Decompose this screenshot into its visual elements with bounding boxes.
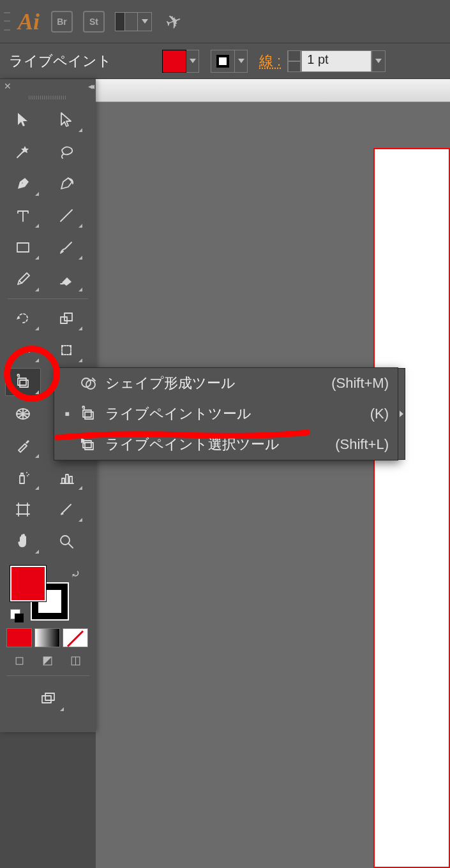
svg-rect-26 xyxy=(42,696,51,703)
drag-handle-icon xyxy=(4,9,10,34)
color-mode-button[interactable] xyxy=(6,628,32,647)
shape-builder-icon xyxy=(79,374,98,393)
collapse-panel-icon[interactable]: ◂◂ xyxy=(88,81,92,91)
symbol-sprayer-tool[interactable] xyxy=(5,464,41,492)
line-icon xyxy=(57,206,76,225)
stock-button[interactable]: St xyxy=(83,11,105,33)
svg-rect-2 xyxy=(61,317,67,323)
zoom-icon xyxy=(57,532,76,551)
flyout-item-shortcut: (Shift+M) xyxy=(331,375,389,392)
lasso-tool[interactable] xyxy=(49,138,84,166)
paintbrush-tool[interactable] xyxy=(49,233,84,261)
scale-tool[interactable] xyxy=(49,304,84,332)
none-mode-button[interactable] xyxy=(63,628,88,647)
panel-grip-icon[interactable] xyxy=(0,93,96,102)
arrange-documents-button[interactable] xyxy=(115,12,152,31)
hand-tool[interactable] xyxy=(5,527,41,555)
rectangle-tool[interactable] xyxy=(5,233,41,261)
chevron-down-icon xyxy=(142,19,148,24)
active-tool-label: ライブペイント xyxy=(9,52,162,71)
live-paint-bucket-icon xyxy=(79,404,98,423)
live-paint-bucket-icon xyxy=(13,372,33,392)
gpu-performance-icon[interactable]: ✈ xyxy=(163,8,185,34)
gradient-mode-button[interactable] xyxy=(34,628,60,647)
type-tool[interactable] xyxy=(5,202,41,230)
flyout-item-shortcut: (Shift+L) xyxy=(335,436,389,453)
eyedropper-icon xyxy=(13,436,33,455)
curvature-tool[interactable] xyxy=(49,170,84,198)
svg-point-18 xyxy=(26,472,27,473)
svg-rect-21 xyxy=(62,478,64,483)
svg-rect-24 xyxy=(19,505,27,514)
svg-rect-10 xyxy=(20,380,28,387)
stroke-weight-dropdown[interactable] xyxy=(371,50,386,72)
zoom-tool[interactable] xyxy=(49,527,84,555)
column-graph-tool[interactable] xyxy=(49,464,84,492)
swap-fill-stroke-icon[interactable]: ⤾ xyxy=(71,567,80,581)
flyout-item-label: シェイプ形成ツール xyxy=(105,374,331,393)
svg-point-20 xyxy=(27,475,28,476)
eyedropper-tool[interactable] xyxy=(5,432,41,460)
app-menubar: Ai Br St ✈ xyxy=(0,0,450,43)
paintbrush-icon xyxy=(57,238,76,257)
stroke-color-swatch[interactable] xyxy=(211,50,235,73)
close-icon[interactable]: ✕ xyxy=(4,81,11,91)
selection-tool[interactable] xyxy=(5,106,41,134)
bridge-button[interactable]: Br xyxy=(51,11,73,33)
rotate-tool[interactable] xyxy=(5,304,41,332)
stroke-weight-up-button[interactable] xyxy=(287,50,301,61)
free-transform-icon xyxy=(57,341,76,360)
fill-color-dropdown[interactable] xyxy=(186,50,199,73)
draw-behind-button[interactable]: ◩ xyxy=(34,651,60,669)
svg-rect-17 xyxy=(21,473,23,476)
cursor-icon xyxy=(13,110,33,129)
chevron-down-icon xyxy=(375,59,382,63)
slice-tool[interactable] xyxy=(49,496,84,524)
screen-mode-button[interactable] xyxy=(30,685,66,713)
fill-indicator[interactable] xyxy=(10,566,46,601)
stroke-weight-down-button[interactable] xyxy=(287,61,301,72)
stroke-weight-input[interactable]: 1 pt xyxy=(301,50,371,72)
line-segment-tool[interactable] xyxy=(49,202,84,230)
mesh-tool[interactable] xyxy=(5,400,41,428)
flyout-tearoff-handle[interactable] xyxy=(398,368,405,460)
stroke-color-dropdown[interactable] xyxy=(235,50,248,73)
stroke-weight-label[interactable]: 線 : xyxy=(259,52,281,71)
artboard[interactable] xyxy=(373,148,450,868)
illustrator-logo-icon: Ai xyxy=(18,8,40,35)
svg-rect-30 xyxy=(85,412,93,419)
cursor-hollow-icon xyxy=(57,110,76,129)
flyout-item-live-paint-selection[interactable]: ライブペイント選択ツール (Shift+L) xyxy=(54,429,398,460)
control-bar: ライブペイント 線 : 1 pt xyxy=(0,43,450,79)
magic-wand-icon xyxy=(13,142,33,161)
draw-normal-button[interactable]: ◻ xyxy=(6,651,32,669)
default-fill-stroke-icon[interactable] xyxy=(10,609,24,623)
pen-icon xyxy=(13,174,33,193)
svg-point-0 xyxy=(21,182,23,184)
width-tool[interactable] xyxy=(5,336,41,364)
canvas-area[interactable] xyxy=(96,102,450,868)
pencil-tool[interactable] xyxy=(5,265,41,293)
draw-inside-button[interactable]: ◫ xyxy=(63,651,88,669)
eraser-icon xyxy=(57,270,76,289)
fill-color-swatch[interactable] xyxy=(162,50,186,73)
svg-rect-7 xyxy=(70,345,71,347)
flyout-item-shape-builder[interactable]: シェイプ形成ツール (Shift+M) xyxy=(54,368,398,399)
flyout-item-live-paint-bucket[interactable]: ■ ライブペイントツール (K) xyxy=(54,399,398,429)
svg-rect-6 xyxy=(61,345,63,347)
shape-builder-tool[interactable] xyxy=(5,368,41,396)
document-tab-bar[interactable] xyxy=(96,79,450,102)
artboard-tool[interactable] xyxy=(5,496,41,524)
eraser-tool[interactable] xyxy=(49,265,84,293)
svg-rect-9 xyxy=(70,353,71,355)
free-transform-tool[interactable] xyxy=(49,336,84,364)
fill-stroke-indicator[interactable]: ⤾ xyxy=(6,563,89,624)
flyout-item-label: ライブペイント選択ツール xyxy=(105,435,335,454)
direct-selection-tool[interactable] xyxy=(49,106,84,134)
pen-tool[interactable] xyxy=(5,170,41,198)
svg-rect-1 xyxy=(17,243,29,252)
magic-wand-tool[interactable] xyxy=(5,138,41,166)
slice-icon xyxy=(57,500,76,519)
chevron-down-icon xyxy=(238,59,244,63)
svg-rect-27 xyxy=(45,693,54,700)
